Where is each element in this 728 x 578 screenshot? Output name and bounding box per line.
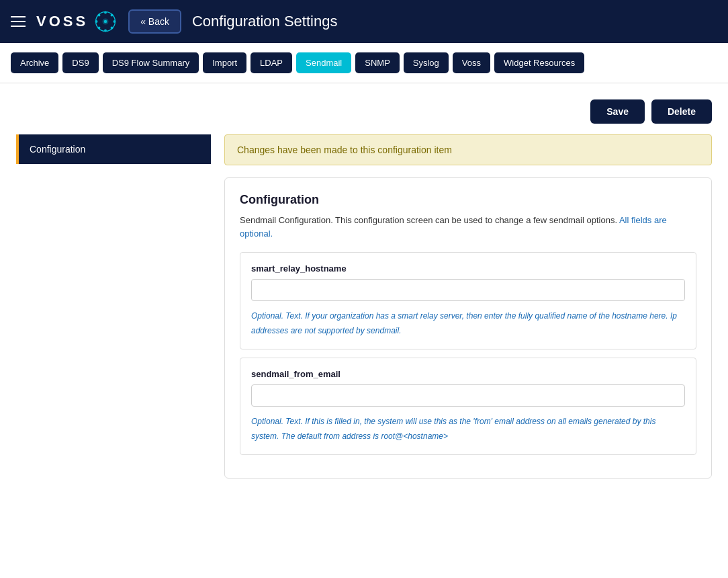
tab-ds9-flow-summary[interactable]: DS9 Flow Summary <box>103 52 199 73</box>
page-title: Configuration Settings <box>192 13 337 30</box>
svg-point-8 <box>111 27 113 30</box>
tab-syslog[interactable]: Syslog <box>404 52 449 73</box>
alert-message: Changes have been made to this configura… <box>237 144 452 155</box>
svg-point-3 <box>95 20 98 23</box>
nav-tabs-row: Archive DS9 DS9 Flow Summary Import LDAP… <box>0 43 728 83</box>
svg-point-2 <box>104 30 107 32</box>
tab-voss[interactable]: Voss <box>453 52 490 73</box>
sidebar: Configuration <box>16 134 211 489</box>
tab-ds9[interactable]: DS9 <box>62 52 98 73</box>
svg-point-5 <box>98 13 101 16</box>
field-label-sendmail-from: sendmail_from_email <box>251 369 685 379</box>
field-hint-smart-relay: Optional. Text. If your organization has… <box>251 309 685 338</box>
svg-point-1 <box>104 11 107 14</box>
save-button[interactable]: Save <box>590 99 645 124</box>
alert-banner: Changes have been made to this configura… <box>224 134 712 165</box>
delete-button[interactable]: Delete <box>651 99 712 124</box>
tab-sendmail[interactable]: Sendmail <box>296 52 351 73</box>
svg-point-6 <box>111 13 113 16</box>
sidebar-item-configuration[interactable]: Configuration <box>16 134 211 164</box>
input-smart-relay-hostname[interactable] <box>251 279 685 301</box>
logo-area: VOSS <box>36 9 118 34</box>
input-sendmail-from-email[interactable] <box>251 384 685 407</box>
toolbar: Save Delete <box>16 94 712 134</box>
form-card: Configuration Sendmail Configuration. Th… <box>224 177 712 479</box>
svg-point-7 <box>98 27 101 30</box>
field-sendmail-from-email: sendmail_from_email Optional. Text. If t… <box>240 358 696 455</box>
app-header: VOSS « Back Configuration Settings <box>0 0 728 43</box>
tab-snmp[interactable]: SNMP <box>355 52 400 73</box>
logo-text: VOSS <box>36 13 88 30</box>
tab-ldap[interactable]: LDAP <box>251 52 292 73</box>
menu-icon[interactable] <box>11 16 26 27</box>
form-description-text: Sendmail Configuration. This configurati… <box>240 215 619 225</box>
form-description: Sendmail Configuration. This configurati… <box>240 214 696 240</box>
main-content: Save Delete Configuration Changes have b… <box>0 83 728 578</box>
tab-widget-resources[interactable]: Widget Resources <box>494 52 584 73</box>
field-smart-relay-hostname: smart_relay_hostname Optional. Text. If … <box>240 252 696 349</box>
svg-point-10 <box>104 20 107 24</box>
form-card-title: Configuration <box>240 193 696 207</box>
voss-logo-icon <box>93 9 118 34</box>
content-area: Configuration Changes have been made to … <box>16 134 712 489</box>
back-button[interactable]: « Back <box>128 9 181 34</box>
right-panel: Changes have been made to this configura… <box>224 134 712 489</box>
svg-point-4 <box>113 20 116 23</box>
field-label-smart-relay: smart_relay_hostname <box>251 263 685 274</box>
tab-archive[interactable]: Archive <box>11 52 58 73</box>
tab-import[interactable]: Import <box>203 52 246 73</box>
field-hint-sendmail-from: Optional. Text. If this is filled in, th… <box>251 415 685 444</box>
